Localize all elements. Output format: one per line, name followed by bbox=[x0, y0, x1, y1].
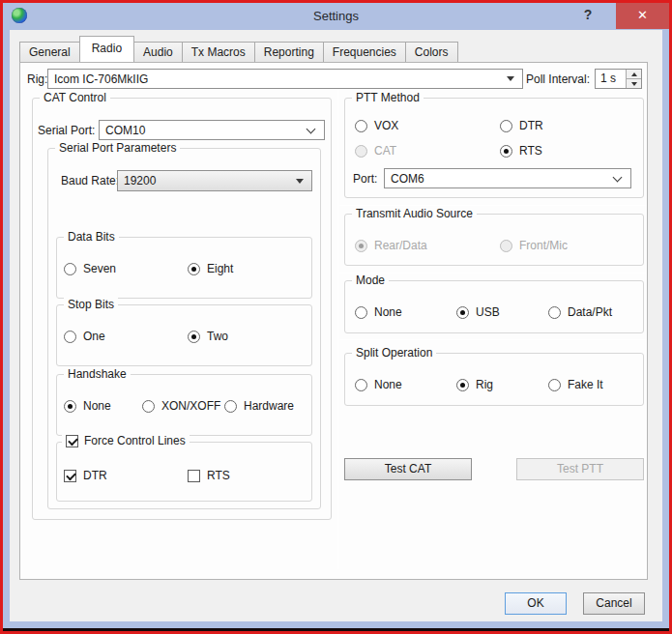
checkbox-checked-icon bbox=[64, 470, 76, 482]
force-control-lines-header[interactable]: Force Control Lines bbox=[62, 434, 190, 447]
cat-control-group: CAT Control Serial Port: COM10 Serial Po… bbox=[32, 98, 332, 520]
radio-disabled-icon bbox=[500, 240, 512, 252]
radio-label: Fake It bbox=[568, 378, 603, 391]
radio-label: Eight bbox=[207, 262, 233, 275]
force-control-lines-label: Force Control Lines bbox=[84, 434, 186, 447]
tab-bar: General Radio Audio Tx Macros Reporting … bbox=[19, 36, 457, 62]
checkbox-checked-icon[interactable] bbox=[66, 435, 78, 447]
close-icon: ✕ bbox=[637, 8, 648, 22]
radio-label: None bbox=[83, 399, 111, 413]
tab-frequencies[interactable]: Frequencies bbox=[323, 42, 406, 62]
baud-rate-label: Baud Rate: bbox=[61, 174, 119, 187]
rig-combo[interactable]: Icom IC-706MkIIG bbox=[47, 69, 523, 89]
ptt-port-combo[interactable]: COM6 bbox=[384, 168, 631, 188]
stop-bits-title: Stop Bits bbox=[64, 298, 118, 311]
transmit-audio-source-title: Transmit Audio Source bbox=[352, 207, 477, 220]
radio-icon bbox=[355, 306, 367, 319]
radio-label: Data/Pkt bbox=[568, 305, 612, 319]
tab-audio[interactable]: Audio bbox=[133, 42, 183, 62]
mode-group: Mode None USB Data/Pkt bbox=[344, 280, 644, 333]
test-ptt-button: Test PTT bbox=[516, 458, 644, 480]
test-cat-button[interactable]: Test CAT bbox=[344, 458, 472, 480]
radio-stop-bits-one[interactable]: One bbox=[64, 329, 105, 344]
chevron-down-icon bbox=[296, 179, 304, 184]
radio-label: Two bbox=[207, 330, 228, 343]
stop-bits-group: Stop Bits One Two bbox=[56, 304, 312, 366]
settings-dialog: General Radio Audio Tx Macros Reporting … bbox=[10, 30, 662, 621]
radio-icon bbox=[548, 379, 561, 391]
section-divider bbox=[339, 339, 647, 340]
poll-interval-spinner[interactable]: 1 s bbox=[595, 69, 642, 89]
radio-checked-icon bbox=[456, 379, 469, 391]
radio-handshake-none[interactable]: None bbox=[64, 398, 111, 414]
tab-radio[interactable]: Radio bbox=[79, 36, 134, 62]
radio-rear-data: Rear/Data bbox=[355, 238, 427, 253]
tab-reporting[interactable]: Reporting bbox=[254, 42, 324, 62]
checkbox-rts[interactable]: RTS bbox=[188, 468, 230, 483]
checkbox-dtr[interactable]: DTR bbox=[64, 468, 107, 483]
section-divider bbox=[339, 205, 647, 206]
help-button[interactable]: ? bbox=[576, 7, 599, 26]
checkbox-icon bbox=[188, 470, 200, 482]
tab-tx-macros[interactable]: Tx Macros bbox=[182, 42, 255, 62]
radio-checked-icon bbox=[188, 331, 200, 343]
serial-port-combo[interactable]: COM10 bbox=[99, 120, 325, 140]
tab-general[interactable]: General bbox=[19, 42, 80, 62]
radio-front-mic: Front/Mic bbox=[500, 238, 568, 253]
serial-port-label: Serial Port: bbox=[38, 124, 95, 137]
radio-handshake-xonxoff[interactable]: XON/XOFF bbox=[142, 398, 220, 414]
mode-title: Mode bbox=[352, 274, 389, 287]
spin-down-button[interactable] bbox=[627, 78, 641, 88]
cancel-button[interactable]: Cancel bbox=[583, 592, 645, 615]
handshake-group: Handshake None XON/XOFF Ha bbox=[56, 374, 312, 436]
radio-mode-usb[interactable]: USB bbox=[456, 304, 500, 320]
titlebar[interactable]: Settings ? ✕ bbox=[3, 3, 669, 30]
baud-rate-value: 19200 bbox=[124, 174, 296, 187]
radio-mode-data-pkt[interactable]: Data/Pkt bbox=[548, 304, 612, 320]
handshake-title: Handshake bbox=[64, 367, 131, 381]
desktop-strip bbox=[3, 628, 669, 631]
radio-ptt-rts[interactable]: RTS bbox=[500, 143, 542, 158]
radio-stop-bits-two[interactable]: Two bbox=[188, 329, 228, 344]
serial-port-value: COM10 bbox=[105, 124, 307, 137]
radio-label: DTR bbox=[519, 119, 543, 132]
radio-split-none[interactable]: None bbox=[355, 377, 402, 392]
chevron-down-icon bbox=[613, 172, 623, 182]
spin-up-icon bbox=[631, 72, 637, 76]
radio-ptt-cat: CAT bbox=[355, 143, 396, 158]
radio-label: One bbox=[83, 330, 105, 343]
checkbox-label: RTS bbox=[207, 469, 230, 482]
baud-rate-combo[interactable]: 19200 bbox=[117, 170, 312, 191]
radio-checked-icon bbox=[500, 145, 512, 158]
radio-tab-panel: Rig: Icom IC-706MkIIG Poll Interval: 1 s bbox=[19, 62, 648, 580]
radio-ptt-vox[interactable]: VOX bbox=[355, 118, 398, 133]
radio-split-fake-it[interactable]: Fake It bbox=[548, 377, 603, 392]
radio-label: None bbox=[374, 378, 402, 391]
settings-window: Settings ? ✕ General Radio Audio Tx Macr… bbox=[3, 3, 669, 628]
radio-data-bits-eight[interactable]: Eight bbox=[188, 261, 233, 276]
radio-ptt-dtr[interactable]: DTR bbox=[500, 118, 543, 133]
transmit-audio-source-group: Transmit Audio Source Rear/Data Front/Mi… bbox=[344, 214, 644, 266]
ok-button[interactable]: OK bbox=[505, 592, 567, 615]
close-button[interactable]: ✕ bbox=[616, 3, 669, 29]
ptt-port-value: COM6 bbox=[391, 172, 614, 186]
radio-label: Rig bbox=[476, 378, 493, 391]
force-control-lines-group: Force Control Lines DTR RTS bbox=[56, 442, 312, 502]
radio-data-bits-seven[interactable]: Seven bbox=[64, 261, 116, 276]
poll-interval-label: Poll Interval: bbox=[526, 72, 590, 86]
radio-split-rig[interactable]: Rig bbox=[456, 377, 493, 392]
tab-colors[interactable]: Colors bbox=[405, 42, 458, 62]
radio-handshake-hardware[interactable]: Hardware bbox=[224, 398, 294, 414]
radio-label: XON/XOFF bbox=[161, 399, 220, 413]
checkbox-label: DTR bbox=[83, 469, 107, 482]
radio-mode-none[interactable]: None bbox=[355, 304, 402, 320]
radio-label: RTS bbox=[519, 144, 542, 158]
rig-label: Rig: bbox=[27, 72, 47, 86]
radio-icon bbox=[355, 379, 367, 391]
spin-up-button[interactable] bbox=[627, 70, 641, 78]
split-operation-group: Split Operation None Rig Fake It bbox=[344, 353, 644, 406]
rig-value: Icom IC-706MkIIG bbox=[54, 72, 507, 86]
window-title: Settings bbox=[3, 9, 669, 23]
split-operation-title: Split Operation bbox=[352, 346, 436, 360]
radio-icon bbox=[224, 400, 237, 413]
